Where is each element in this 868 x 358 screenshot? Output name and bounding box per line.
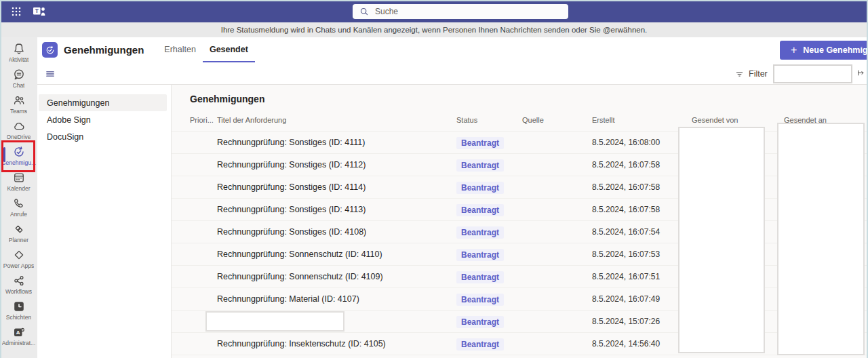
sidebar-item-workflows[interactable]: Workflows bbox=[0, 271, 37, 297]
status-badge: Beantragt bbox=[456, 271, 504, 283]
status-badge: Beantragt bbox=[456, 338, 504, 351]
created-timestamp: 8.5.2024, 16:07:54 bbox=[592, 227, 660, 237]
active-indicator bbox=[3, 147, 5, 162]
request-title: Rechnungprüfung: Sonstiges (ID: 4111) bbox=[217, 138, 365, 147]
sidebar-item-kalender[interactable]: Kalender bbox=[0, 168, 37, 194]
powerapps-icon bbox=[12, 248, 26, 262]
created-timestamp: 8.5.2024, 14:56:40 bbox=[592, 339, 660, 349]
status-badge: Beantragt bbox=[456, 204, 504, 216]
status-banner: Ihre Statusmeldung wird in Chats und Kan… bbox=[0, 22, 868, 37]
planner-icon bbox=[12, 222, 26, 236]
sidebar-item-label: Planner bbox=[9, 237, 28, 243]
sidebar-item-powerapps[interactable]: Power Apps bbox=[0, 245, 37, 271]
created-timestamp: 8.5.2024, 16:07:58 bbox=[592, 160, 660, 170]
request-title: Rechnungprüfung: Material (ID: 4107) bbox=[217, 294, 359, 304]
request-title: Rechnungprüfung: Sonstiges (ID: 4114) bbox=[217, 182, 366, 192]
phone-icon bbox=[12, 197, 26, 210]
redacted-gesendet-von-column bbox=[678, 127, 765, 353]
search-icon bbox=[359, 7, 369, 16]
plus-icon: + bbox=[791, 44, 797, 56]
created-timestamp: 8.5.2024, 16:08:00 bbox=[592, 138, 660, 147]
app-header: Genehmigungen ErhaltenGesendet + Neue Ge… bbox=[37, 37, 868, 62]
tab-erhalten[interactable]: Erhalten bbox=[157, 37, 203, 62]
nav-item-adobe-sign[interactable]: Adobe Sign bbox=[39, 111, 167, 128]
sidebar-item-genehmigungen[interactable]: Genehmigu... bbox=[0, 142, 37, 168]
created-timestamp: 8.5.2024, 16:07:53 bbox=[592, 250, 660, 259]
sidebar-item-administrator[interactable]: AAdministrat... bbox=[0, 323, 37, 349]
tab-bar: ErhaltenGesendet bbox=[157, 37, 255, 62]
status-badge: Beantragt bbox=[456, 226, 504, 239]
request-title: Rechnungprüfung: Sonstiges (ID: 4112) bbox=[217, 160, 366, 170]
table-title: Genehmigungen bbox=[190, 94, 264, 104]
sidebar-item-label: Kalender bbox=[7, 185, 30, 192]
workflows-icon bbox=[12, 274, 26, 287]
search-placeholder: Suche bbox=[375, 7, 398, 16]
shifts-icon bbox=[12, 300, 26, 313]
svg-text:T: T bbox=[35, 7, 39, 14]
bell-icon bbox=[12, 42, 26, 56]
sidebar-item-label: Power Apps bbox=[3, 262, 34, 269]
request-title: Rechnungprüfung: Sonstiges (ID: 4108) bbox=[217, 227, 366, 237]
calendar-icon bbox=[12, 171, 26, 184]
status-badge: Beantragt bbox=[456, 137, 504, 149]
created-timestamp: 8.5.2024, 16:07:51 bbox=[592, 272, 660, 281]
column-header-0: Priori... bbox=[190, 116, 214, 124]
sidebar-item-label: Administrat... bbox=[2, 340, 36, 346]
nav-panel: GenehmigungenAdobe SignDocuSign bbox=[37, 85, 172, 358]
created-timestamp: 8.5.2024, 16:07:58 bbox=[592, 205, 660, 214]
status-badge: Beantragt bbox=[456, 182, 504, 194]
created-timestamp: 8.5.2024, 15:07:26 bbox=[592, 317, 660, 326]
request-title: Rechnungprüfung: Sonstiges (ID: 4113) bbox=[217, 205, 366, 214]
status-banner-text: Ihre Statusmeldung wird in Chats und Kan… bbox=[221, 26, 648, 34]
sidebar-item-label: Teams bbox=[10, 108, 27, 115]
filter-button[interactable]: Filter bbox=[734, 66, 779, 81]
sidebar-items: AktivitätChatTeamsOneDriveGenehmigu...Ka… bbox=[0, 37, 37, 358]
status-badge: Beantragt bbox=[456, 316, 504, 328]
redacted-title-cell bbox=[205, 311, 344, 332]
approvals-table: Genehmigungen Priori...Titel der Anforde… bbox=[172, 85, 868, 358]
filter-label: Filter bbox=[749, 69, 768, 79]
admin-icon: A bbox=[12, 325, 26, 339]
menu-hamburger-icon[interactable] bbox=[45, 68, 56, 79]
request-title: Rechnungprüfung: Sonnenschutz (ID: 4109) bbox=[217, 272, 383, 281]
sidebar-item-teams[interactable]: Teams bbox=[0, 91, 37, 117]
sidebar-item-label: Anrufe bbox=[10, 211, 27, 218]
tab-gesendet[interactable]: Gesendet bbox=[203, 37, 255, 62]
sidebar-item-schichten[interactable]: Schichten bbox=[0, 297, 37, 323]
column-header-6: Gesendet an bbox=[784, 116, 827, 124]
sidebar-item-aktivitaet[interactable]: Aktivität bbox=[0, 39, 37, 65]
sidebar-item-chat[interactable]: Chat bbox=[0, 65, 37, 91]
sidebar-item-label: Chat bbox=[13, 82, 25, 89]
status-badge: Beantragt bbox=[456, 294, 504, 306]
svg-text:A: A bbox=[16, 330, 20, 336]
top-bar: T Suche bbox=[0, 0, 868, 22]
app-launcher-waffle-icon[interactable] bbox=[11, 6, 22, 17]
column-header-5: Gesendet von bbox=[692, 116, 738, 124]
search-input[interactable]: Suche bbox=[353, 4, 568, 19]
new-approval-request-label: Neue Genehmigungsan bbox=[803, 45, 868, 55]
sidebar-item-label: Workflows bbox=[5, 288, 32, 295]
app-title: Genehmigungen bbox=[64, 44, 144, 56]
sidebar-item-label: Schichten bbox=[6, 314, 31, 321]
content: GenehmigungenAdobe SignDocuSign Genehmig… bbox=[37, 85, 868, 358]
sidebar-item-planner[interactable]: Planner bbox=[0, 220, 37, 245]
sidebar-item-label: Aktivität bbox=[9, 56, 29, 63]
teams-logo-icon: T bbox=[33, 5, 47, 18]
created-timestamp: 8.5.2024, 16:07:49 bbox=[592, 294, 660, 304]
toolbar-search-box[interactable] bbox=[773, 64, 852, 83]
main-area: Genehmigungen ErhaltenGesendet + Neue Ge… bbox=[37, 37, 868, 358]
sidebar-item-anrufe[interactable]: Anrufe bbox=[0, 194, 37, 220]
status-badge: Beantragt bbox=[456, 249, 504, 261]
column-header-4: Erstellt bbox=[592, 116, 615, 124]
status-badge: Beantragt bbox=[456, 159, 504, 172]
approvals-icon bbox=[12, 145, 26, 159]
filter-icon bbox=[734, 69, 745, 79]
sidebar-item-label: Genehmigu... bbox=[1, 159, 36, 166]
new-approval-request-button[interactable]: + Neue Genehmigungsan bbox=[780, 41, 868, 60]
created-timestamp: 8.5.2024, 16:07:58 bbox=[592, 182, 660, 192]
nav-item-docusign[interactable]: DocuSign bbox=[39, 128, 167, 145]
sidebar-item-onedrive[interactable]: OneDrive bbox=[0, 117, 37, 142]
approvals-app-icon bbox=[42, 42, 58, 58]
expand-pane-icon[interactable] bbox=[856, 68, 866, 78]
nav-item-genehmigungen[interactable]: Genehmigungen bbox=[39, 94, 167, 111]
